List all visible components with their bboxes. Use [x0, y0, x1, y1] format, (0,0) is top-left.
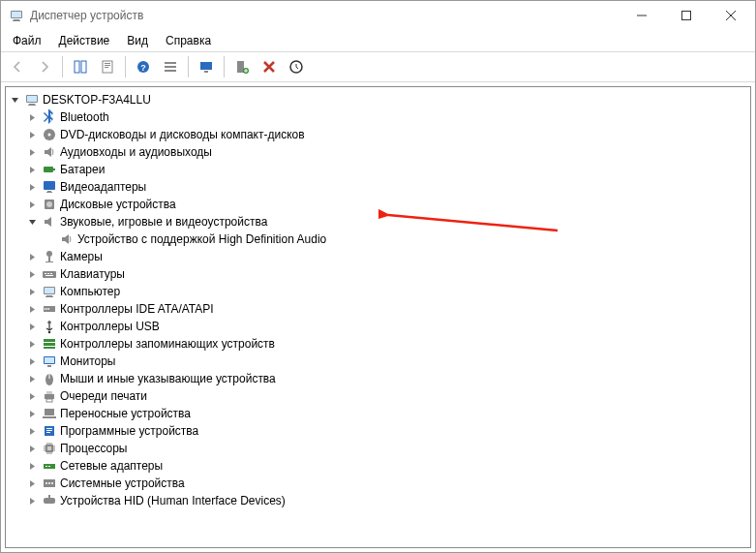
tree-category[interactable]: Контроллеры запоминающих устройств [8, 335, 748, 353]
tree-category[interactable]: Компьютер [8, 283, 748, 300]
tree-label: Контроллеры USB [60, 318, 160, 335]
back-button[interactable] [5, 54, 30, 79]
chevron-right-icon[interactable] [25, 180, 39, 194]
tree-category[interactable]: Bluetooth [8, 108, 748, 126]
sound-icon [42, 214, 57, 230]
chevron-right-icon[interactable] [25, 267, 39, 281]
menubar: Файл Действие Вид Справка [1, 30, 755, 51]
camera-icon [42, 249, 57, 264]
chevron-right-icon[interactable] [25, 320, 39, 333]
tree-category[interactable]: Устройства HID (Human Interface Devices) [8, 492, 748, 509]
tree-label: Дисковые устройства [60, 196, 176, 213]
toolbar-separator [188, 56, 189, 77]
tree-category[interactable]: DESKTOP-F3A4LLU [8, 91, 748, 108]
tree-label: Устройства HID (Human Interface Devices) [60, 492, 286, 509]
chevron-right-icon[interactable] [25, 128, 39, 141]
audio-icon [42, 144, 57, 160]
chevron-right-icon[interactable] [25, 424, 39, 438]
chevron-right-icon[interactable] [25, 354, 39, 368]
chevron-right-icon[interactable] [25, 459, 39, 473]
menu-help[interactable]: Справка [158, 32, 219, 49]
laptop-icon [42, 406, 57, 421]
tree-category[interactable]: DVD-дисководы и дисководы компакт-дисков [8, 126, 748, 143]
chevron-right-icon[interactable] [25, 163, 39, 176]
help-button[interactable] [131, 54, 156, 79]
toolbar-separator [62, 56, 63, 77]
chevron-right-icon[interactable] [25, 494, 39, 507]
close-button[interactable] [709, 1, 753, 30]
chevron-right-icon[interactable] [25, 372, 39, 385]
tree-label: Очереди печати [60, 387, 147, 405]
tree-category[interactable]: Мыши и иные указывающие устройства [8, 370, 748, 387]
pane-toggle-button[interactable] [68, 54, 93, 79]
cpu-icon [42, 441, 57, 456]
refresh-button[interactable] [284, 54, 309, 79]
tree-category[interactable]: Контроллеры IDE ATA/ATAPI [8, 300, 748, 318]
chevron-right-icon[interactable] [25, 250, 39, 263]
display-icon [42, 179, 57, 195]
hid-icon [42, 493, 57, 508]
chevron-right-icon[interactable] [25, 337, 39, 351]
tree-category[interactable]: Камеры [8, 248, 748, 265]
chevron-right-icon[interactable] [25, 110, 39, 124]
chevron-right-icon[interactable] [25, 389, 39, 403]
menu-action[interactable]: Действие [51, 32, 118, 49]
app-icon [9, 8, 24, 23]
chevron-right-icon[interactable] [25, 285, 39, 298]
svg-rect-71 [682, 12, 691, 20]
tree-category[interactable]: Мониторы [8, 353, 748, 370]
tree-category[interactable]: Звуковые, игровые и видеоустройства [8, 213, 748, 230]
chevron-right-icon[interactable] [25, 476, 39, 490]
tree-category[interactable]: Программные устройства [8, 422, 748, 440]
chevron-down-icon[interactable] [25, 215, 39, 229]
forward-button[interactable] [32, 54, 57, 79]
bluetooth-icon [42, 109, 57, 125]
system-icon [42, 476, 57, 491]
chevron-right-icon[interactable] [25, 442, 39, 455]
tree-category[interactable]: Батареи [8, 161, 748, 178]
add-legacy-button[interactable] [229, 54, 255, 79]
chevron-right-icon[interactable] [25, 407, 39, 420]
tree-category[interactable]: Контроллеры USB [8, 318, 748, 335]
menu-view[interactable]: Вид [119, 32, 156, 49]
tree-category[interactable]: Системные устройства [8, 475, 748, 492]
speaker-icon [59, 231, 75, 247]
details-button[interactable] [158, 54, 183, 79]
tree-label: Переносные устройства [60, 405, 191, 422]
tree-label: Программные устройства [60, 422, 198, 440]
toolbar-separator [125, 56, 126, 77]
tree-label: Сетевые адаптеры [60, 457, 163, 475]
toolbar [1, 51, 755, 82]
expander-empty [43, 232, 56, 246]
tree-category[interactable]: Клавиатуры [8, 265, 748, 283]
tree-category[interactable]: Видеоадаптеры [8, 178, 748, 196]
device-manager-window: Диспетчер устройств Файл Действие Вид Сп… [0, 0, 756, 553]
device-tree[interactable]: DESKTOP-F3A4LLUBluetoothDVD-дисководы и … [5, 86, 751, 548]
tree-category[interactable]: Очереди печати [8, 387, 748, 405]
chevron-right-icon[interactable] [25, 198, 39, 211]
dvd-icon [42, 127, 57, 142]
tree-category[interactable]: Переносные устройства [8, 405, 748, 422]
tree-leaf[interactable]: Устройство с поддержкой High Definition … [8, 230, 748, 248]
battery-icon [42, 162, 57, 177]
tree-category[interactable]: Дисковые устройства [8, 196, 748, 213]
maximize-button[interactable] [664, 1, 709, 30]
tree-category[interactable]: Процессоры [8, 440, 748, 457]
tree-category[interactable]: Аудиовходы и аудиовыходы [8, 143, 748, 161]
remove-device-button[interactable] [257, 54, 282, 79]
software-icon [42, 423, 57, 439]
chevron-down-icon[interactable] [8, 93, 21, 107]
properties-button[interactable] [95, 54, 120, 79]
mouse-icon [42, 371, 57, 386]
tree-label: DESKTOP-F3A4LLU [43, 91, 151, 108]
storage-controller-icon [42, 336, 57, 352]
tree-label: Контроллеры запоминающих устройств [60, 335, 275, 353]
minimize-button[interactable] [620, 1, 664, 30]
monitor-icon [42, 353, 57, 369]
tree-category[interactable]: Сетевые адаптеры [8, 457, 748, 475]
menu-file[interactable]: Файл [5, 32, 49, 49]
chevron-right-icon[interactable] [25, 145, 39, 159]
scan-hardware-button[interactable] [194, 54, 219, 79]
tree-label: DVD-дисководы и дисководы компакт-дисков [60, 126, 305, 143]
chevron-right-icon[interactable] [25, 302, 39, 316]
